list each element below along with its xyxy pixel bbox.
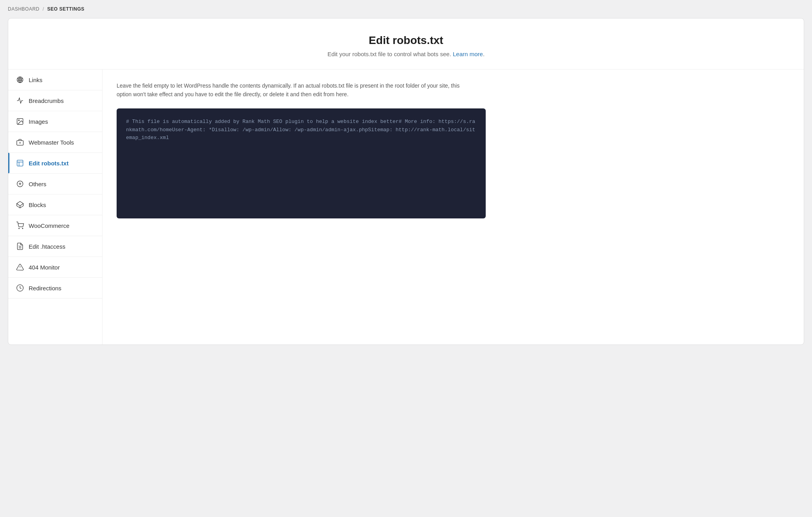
svg-point-12 — [19, 228, 20, 229]
info-text: Leave the field empty to let WordPress h… — [117, 81, 470, 99]
blocks-icon — [16, 201, 24, 209]
links-icon — [16, 76, 24, 84]
page-subtitle: Edit your robots.txt file to control wha… — [24, 51, 788, 57]
svg-point-2 — [18, 120, 20, 121]
breadcrumb: DASHBOARD / SEO SETTINGS — [0, 0, 812, 18]
sidebar-label-breadcrumbs: Breadcrumbs — [29, 97, 64, 104]
page-title: Edit robots.txt — [24, 34, 788, 47]
htaccess-icon — [16, 242, 24, 250]
main-panel: Leave the field empty to let WordPress h… — [102, 70, 804, 345]
webmaster-tools-icon — [16, 138, 24, 146]
main-card: Edit robots.txt Edit your robots.txt fil… — [8, 18, 804, 345]
sidebar-label-others: Others — [29, 181, 46, 187]
sidebar-item-links[interactable]: Links — [8, 70, 102, 90]
sidebar-label-webmaster-tools: Webmaster Tools — [29, 139, 74, 146]
content-area: Links Breadcrumbs Images Webmaster Tools — [8, 70, 804, 345]
svg-rect-6 — [17, 160, 23, 166]
sidebar-label-edit-robots: Edit robots.txt — [29, 160, 69, 167]
sidebar-label-redirections: Redirections — [29, 285, 61, 292]
page-header: Edit robots.txt Edit your robots.txt fil… — [8, 18, 804, 70]
sidebar-item-edit-robots[interactable]: Edit robots.txt — [8, 153, 102, 174]
svg-point-0 — [19, 79, 21, 81]
breadcrumbs-icon — [16, 97, 24, 104]
others-icon — [16, 180, 24, 188]
sidebar-label-edit-htaccess: Edit .htaccess — [29, 243, 65, 250]
svg-point-13 — [22, 228, 23, 229]
sidebar-item-others[interactable]: Others — [8, 174, 102, 194]
learn-more-link[interactable]: Learn more — [453, 51, 483, 57]
breadcrumb-separator: / — [43, 6, 44, 12]
sidebar-label-links: Links — [29, 77, 42, 83]
robots-icon — [16, 159, 24, 167]
sidebar-label-woocommerce: WooCommerce — [29, 222, 69, 229]
sidebar-item-redirections[interactable]: Redirections — [8, 278, 102, 299]
sidebar-label-404-monitor: 404 Monitor — [29, 264, 60, 271]
sidebar-item-404-monitor[interactable]: 404 Monitor — [8, 257, 102, 278]
sidebar-item-webmaster-tools[interactable]: Webmaster Tools — [8, 132, 102, 153]
images-icon — [16, 117, 24, 125]
sidebar-label-blocks: Blocks — [29, 202, 46, 208]
breadcrumb-dashboard: DASHBOARD — [8, 6, 40, 12]
sidebar-item-breadcrumbs[interactable]: Breadcrumbs — [8, 90, 102, 111]
sidebar-item-edit-htaccess[interactable]: Edit .htaccess — [8, 236, 102, 257]
sidebar-item-blocks[interactable]: Blocks — [8, 194, 102, 215]
sidebar-item-woocommerce[interactable]: WooCommerce — [8, 215, 102, 236]
redirections-icon — [16, 284, 24, 292]
monitor-icon — [16, 263, 24, 271]
sidebar-item-images[interactable]: Images — [8, 111, 102, 132]
code-editor[interactable]: # This file is automatically added by Ra… — [117, 108, 486, 218]
breadcrumb-current: SEO SETTINGS — [47, 6, 84, 12]
sidebar-label-images: Images — [29, 118, 48, 125]
woocommerce-icon — [16, 222, 24, 229]
sidebar: Links Breadcrumbs Images Webmaster Tools — [8, 70, 102, 345]
